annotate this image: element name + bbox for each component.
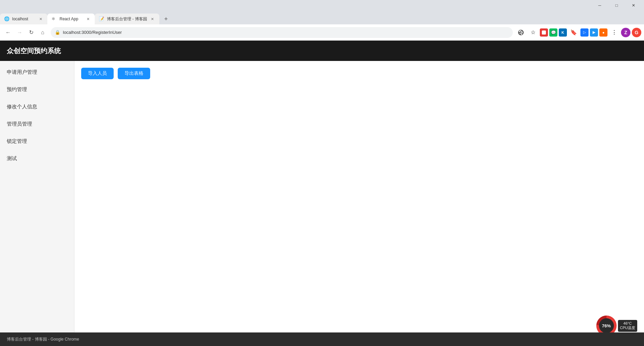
export-button[interactable]: 导出表格	[118, 68, 150, 79]
maximize-button[interactable]: □	[609, 0, 624, 11]
app-container: 申请用户管理 预约管理 修改个人信息 管理员管理 锁定管理 测试 导入人员 导出…	[0, 61, 644, 346]
tab-title-blog: 博客后台管理 - 博客园	[107, 16, 147, 22]
window-controls: ─ □ ✕	[592, 0, 641, 11]
minimize-button[interactable]: ─	[592, 0, 607, 11]
tab-close-localhost[interactable]: ✕	[38, 16, 43, 22]
ext-icon-5[interactable]: ●	[599, 28, 607, 37]
nav-buttons: ← → ↻ ⌂	[3, 27, 48, 38]
title-bar: ─ □ ✕	[0, 0, 644, 11]
sidebar-label-user-management: 申请用户管理	[7, 69, 37, 75]
toolbar-icons: ☆ 💬 K 🔖 ▷ ▶ ● ⋮ Z G	[515, 27, 641, 38]
svg-rect-0	[542, 30, 546, 35]
tab-title-localhost: localhost	[12, 17, 35, 21]
ext-icon-3[interactable]: ▷	[580, 28, 589, 37]
back-button[interactable]: ←	[3, 27, 14, 38]
sidebar-item-lock-management[interactable]: 锁定管理	[0, 133, 74, 150]
home-button[interactable]: ⌂	[37, 27, 48, 38]
app-title: 众创空间预约系统	[7, 46, 61, 56]
sidebar-item-user-management[interactable]: 申请用户管理	[0, 64, 74, 81]
sidebar-item-test[interactable]: 测试	[0, 150, 74, 167]
sidebar-label-admin-management: 管理员管理	[7, 121, 32, 127]
new-tab-button[interactable]: +	[161, 14, 171, 24]
forward-button[interactable]: →	[14, 27, 25, 38]
lock-icon: 🔒	[55, 30, 60, 35]
tab-favicon-react: ⚛	[51, 16, 57, 22]
cpu-temperature: 46°C CPU温度	[618, 320, 637, 332]
tab-title-react: React App	[60, 17, 83, 21]
profile-avatar-2[interactable]: G	[632, 28, 641, 37]
ext-icon-4[interactable]: ▶	[590, 28, 598, 37]
bookmark-star-icon[interactable]: ☆	[528, 27, 538, 38]
extensions-icon[interactable]: ⋮	[609, 27, 620, 38]
profile-avatar-1[interactable]: Z	[621, 28, 630, 37]
address-bar: ← → ↻ ⌂ 🔒 ☆ 💬 K 🔖 ▷	[0, 24, 644, 41]
app-header: 众创空间预约系统	[0, 41, 644, 61]
cpu-percentage: 76%	[599, 318, 614, 333]
bookmark-icon[interactable]: 🔖	[568, 27, 579, 38]
tab-react-app[interactable]: ⚛ React App ✕	[47, 14, 95, 24]
cpu-temp-value: 46°C	[620, 321, 635, 325]
main-content: 导入人员 导出表格	[74, 61, 644, 346]
tab-close-blog[interactable]: ✕	[150, 16, 155, 22]
taskbar-item-blog[interactable]: 博客后台管理 - 博客园 - Google Chrome	[3, 335, 83, 344]
ext-icon-1[interactable]	[540, 28, 548, 37]
url-bar[interactable]: 🔒	[51, 27, 513, 38]
tab-favicon-localhost: 🌐	[4, 16, 9, 22]
import-button[interactable]: 导入人员	[81, 68, 114, 79]
action-buttons: 导入人员 导出表格	[81, 68, 637, 79]
ext-icon-wechat[interactable]: 💬	[549, 28, 557, 37]
sidebar-label-personal-info: 修改个人信息	[7, 104, 37, 110]
ext-icon-2[interactable]: K	[559, 28, 567, 37]
sidebar: 申请用户管理 预约管理 修改个人信息 管理员管理 锁定管理 测试	[0, 61, 74, 346]
tabs-bar: 🌐 localhost ✕ ⚛ React App ✕ 📝 博客后台管理 - 博…	[0, 11, 644, 24]
sidebar-label-lock-management: 锁定管理	[7, 138, 27, 145]
close-button[interactable]: ✕	[626, 0, 641, 11]
tab-favicon-blog: 📝	[99, 16, 104, 22]
taskbar: 博客后台管理 - 博客园 - Google Chrome	[0, 332, 644, 346]
tab-blog[interactable]: 📝 博客后台管理 - 博客园 ✕	[95, 14, 159, 24]
tab-localhost[interactable]: 🌐 localhost ✕	[0, 14, 47, 24]
sidebar-label-reservation: 预约管理	[7, 86, 27, 93]
tab-close-react[interactable]: ✕	[85, 16, 91, 22]
translate-icon[interactable]	[515, 27, 526, 38]
sidebar-label-test: 测试	[7, 155, 17, 162]
sidebar-item-reservation[interactable]: 预约管理	[0, 81, 74, 98]
refresh-button[interactable]: ↻	[26, 27, 37, 38]
sidebar-item-admin-management[interactable]: 管理员管理	[0, 115, 74, 133]
cpu-temp-label: CPU温度	[620, 325, 635, 330]
url-input[interactable]	[63, 30, 509, 35]
sidebar-item-personal-info[interactable]: 修改个人信息	[0, 98, 74, 115]
